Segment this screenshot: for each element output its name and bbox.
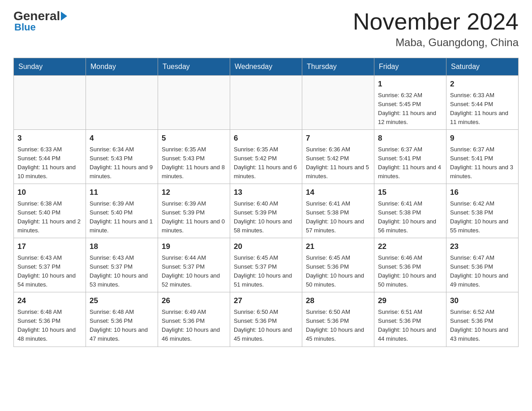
table-row: 10Sunrise: 6:38 AMSunset: 5:40 PMDayligh… xyxy=(14,184,86,238)
table-row: 15Sunrise: 6:41 AMSunset: 5:38 PMDayligh… xyxy=(374,184,446,238)
header-tuesday: Tuesday xyxy=(158,58,230,76)
day-number: 20 xyxy=(234,241,298,253)
day-number: 30 xyxy=(450,295,515,307)
table-row: 17Sunrise: 6:43 AMSunset: 5:37 PMDayligh… xyxy=(14,238,86,292)
calendar-table: Sunday Monday Tuesday Wednesday Thursday… xyxy=(13,58,519,347)
day-number: 15 xyxy=(378,187,442,198)
day-info: Sunrise: 6:34 AMSunset: 5:43 PMDaylight:… xyxy=(90,145,154,181)
day-number: 22 xyxy=(378,241,442,253)
location: Maba, Guangdong, China xyxy=(353,36,519,49)
header-wednesday: Wednesday xyxy=(230,58,302,76)
day-number: 23 xyxy=(450,241,515,253)
day-info: Sunrise: 6:43 AMSunset: 5:37 PMDaylight:… xyxy=(90,253,154,290)
day-number: 21 xyxy=(306,241,370,253)
day-number: 28 xyxy=(306,295,370,307)
table-row: 27Sunrise: 6:50 AMSunset: 5:36 PMDayligh… xyxy=(230,292,302,347)
day-info: Sunrise: 6:51 AMSunset: 5:36 PMDaylight:… xyxy=(378,308,442,344)
day-number: 29 xyxy=(378,295,442,307)
day-info: Sunrise: 6:50 AMSunset: 5:36 PMDaylight:… xyxy=(234,308,298,344)
day-info: Sunrise: 6:43 AMSunset: 5:37 PMDaylight:… xyxy=(17,253,82,290)
header-monday: Monday xyxy=(86,58,158,76)
day-info: Sunrise: 6:32 AMSunset: 5:45 PMDaylight:… xyxy=(378,91,442,127)
day-number: 5 xyxy=(162,133,226,144)
calendar-week-row: 3Sunrise: 6:33 AMSunset: 5:44 PMDaylight… xyxy=(14,130,519,184)
calendar-week-row: 10Sunrise: 6:38 AMSunset: 5:40 PMDayligh… xyxy=(14,184,519,238)
day-info: Sunrise: 6:41 AMSunset: 5:38 PMDaylight:… xyxy=(306,199,370,235)
day-number: 10 xyxy=(17,187,82,198)
calendar-week-row: 1Sunrise: 6:32 AMSunset: 5:45 PMDaylight… xyxy=(14,76,519,130)
day-number: 7 xyxy=(306,133,370,144)
day-number: 2 xyxy=(450,78,515,90)
day-number: 27 xyxy=(234,295,298,307)
day-info: Sunrise: 6:47 AMSunset: 5:36 PMDaylight:… xyxy=(450,253,515,290)
table-row xyxy=(14,76,86,130)
table-row xyxy=(302,76,374,130)
month-title: November 2024 xyxy=(353,9,519,34)
day-number: 9 xyxy=(450,133,515,144)
table-row: 22Sunrise: 6:46 AMSunset: 5:36 PMDayligh… xyxy=(374,238,446,292)
table-row: 25Sunrise: 6:48 AMSunset: 5:36 PMDayligh… xyxy=(86,292,158,347)
day-info: Sunrise: 6:33 AMSunset: 5:44 PMDaylight:… xyxy=(17,145,82,181)
table-row: 14Sunrise: 6:41 AMSunset: 5:38 PMDayligh… xyxy=(302,184,374,238)
logo-arrow-icon xyxy=(61,12,67,21)
table-row: 30Sunrise: 6:52 AMSunset: 5:36 PMDayligh… xyxy=(446,292,519,347)
table-row: 21Sunrise: 6:45 AMSunset: 5:36 PMDayligh… xyxy=(302,238,374,292)
day-info: Sunrise: 6:41 AMSunset: 5:38 PMDaylight:… xyxy=(378,199,442,235)
day-info: Sunrise: 6:33 AMSunset: 5:44 PMDaylight:… xyxy=(450,91,515,127)
table-row: 6Sunrise: 6:35 AMSunset: 5:42 PMDaylight… xyxy=(230,130,302,184)
table-row: 8Sunrise: 6:37 AMSunset: 5:41 PMDaylight… xyxy=(374,130,446,184)
logo: General Blue xyxy=(13,9,67,33)
day-number: 13 xyxy=(234,187,298,198)
table-row: 1Sunrise: 6:32 AMSunset: 5:45 PMDaylight… xyxy=(374,76,446,130)
table-row: 2Sunrise: 6:33 AMSunset: 5:44 PMDaylight… xyxy=(446,76,519,130)
table-row: 11Sunrise: 6:39 AMSunset: 5:40 PMDayligh… xyxy=(86,184,158,238)
day-info: Sunrise: 6:46 AMSunset: 5:36 PMDaylight:… xyxy=(378,253,442,290)
day-number: 4 xyxy=(90,133,154,144)
day-info: Sunrise: 6:48 AMSunset: 5:36 PMDaylight:… xyxy=(17,308,82,344)
day-info: Sunrise: 6:35 AMSunset: 5:42 PMDaylight:… xyxy=(234,145,298,181)
day-info: Sunrise: 6:35 AMSunset: 5:43 PMDaylight:… xyxy=(162,145,226,181)
day-number: 24 xyxy=(17,295,82,307)
day-number: 8 xyxy=(378,133,442,144)
day-info: Sunrise: 6:45 AMSunset: 5:37 PMDaylight:… xyxy=(234,253,298,290)
day-number: 14 xyxy=(306,187,370,198)
table-row xyxy=(158,76,230,130)
table-row: 13Sunrise: 6:40 AMSunset: 5:39 PMDayligh… xyxy=(230,184,302,238)
table-row: 12Sunrise: 6:39 AMSunset: 5:39 PMDayligh… xyxy=(158,184,230,238)
day-info: Sunrise: 6:50 AMSunset: 5:36 PMDaylight:… xyxy=(306,308,370,344)
day-number: 25 xyxy=(90,295,154,307)
header-sunday: Sunday xyxy=(14,58,86,76)
header-thursday: Thursday xyxy=(302,58,374,76)
table-row: 23Sunrise: 6:47 AMSunset: 5:36 PMDayligh… xyxy=(446,238,519,292)
table-row: 7Sunrise: 6:36 AMSunset: 5:42 PMDaylight… xyxy=(302,130,374,184)
table-row: 9Sunrise: 6:37 AMSunset: 5:41 PMDaylight… xyxy=(446,130,519,184)
day-info: Sunrise: 6:37 AMSunset: 5:41 PMDaylight:… xyxy=(378,145,442,181)
day-info: Sunrise: 6:39 AMSunset: 5:40 PMDaylight:… xyxy=(90,199,154,235)
day-info: Sunrise: 6:38 AMSunset: 5:40 PMDaylight:… xyxy=(17,199,82,235)
title-section: November 2024 Maba, Guangdong, China xyxy=(353,9,519,49)
table-row: 28Sunrise: 6:50 AMSunset: 5:36 PMDayligh… xyxy=(302,292,374,347)
day-number: 11 xyxy=(90,187,154,198)
day-number: 17 xyxy=(17,241,82,253)
day-info: Sunrise: 6:37 AMSunset: 5:41 PMDaylight:… xyxy=(450,145,515,181)
table-row: 4Sunrise: 6:34 AMSunset: 5:43 PMDaylight… xyxy=(86,130,158,184)
page-header: General Blue November 2024 Maba, Guangdo… xyxy=(13,9,519,49)
table-row: 26Sunrise: 6:49 AMSunset: 5:36 PMDayligh… xyxy=(158,292,230,347)
day-number: 26 xyxy=(162,295,226,307)
day-info: Sunrise: 6:52 AMSunset: 5:36 PMDaylight:… xyxy=(450,308,515,344)
calendar-week-row: 17Sunrise: 6:43 AMSunset: 5:37 PMDayligh… xyxy=(14,238,519,292)
table-row: 19Sunrise: 6:44 AMSunset: 5:37 PMDayligh… xyxy=(158,238,230,292)
calendar-week-row: 24Sunrise: 6:48 AMSunset: 5:36 PMDayligh… xyxy=(14,292,519,347)
table-row: 5Sunrise: 6:35 AMSunset: 5:43 PMDaylight… xyxy=(158,130,230,184)
table-row xyxy=(86,76,158,130)
day-number: 3 xyxy=(17,133,82,144)
table-row xyxy=(230,76,302,130)
header-friday: Friday xyxy=(374,58,446,76)
table-row: 24Sunrise: 6:48 AMSunset: 5:36 PMDayligh… xyxy=(14,292,86,347)
header-saturday: Saturday xyxy=(446,58,519,76)
day-number: 1 xyxy=(378,78,442,90)
table-row: 20Sunrise: 6:45 AMSunset: 5:37 PMDayligh… xyxy=(230,238,302,292)
table-row: 29Sunrise: 6:51 AMSunset: 5:36 PMDayligh… xyxy=(374,292,446,347)
day-info: Sunrise: 6:45 AMSunset: 5:36 PMDaylight:… xyxy=(306,253,370,290)
day-number: 19 xyxy=(162,241,226,253)
